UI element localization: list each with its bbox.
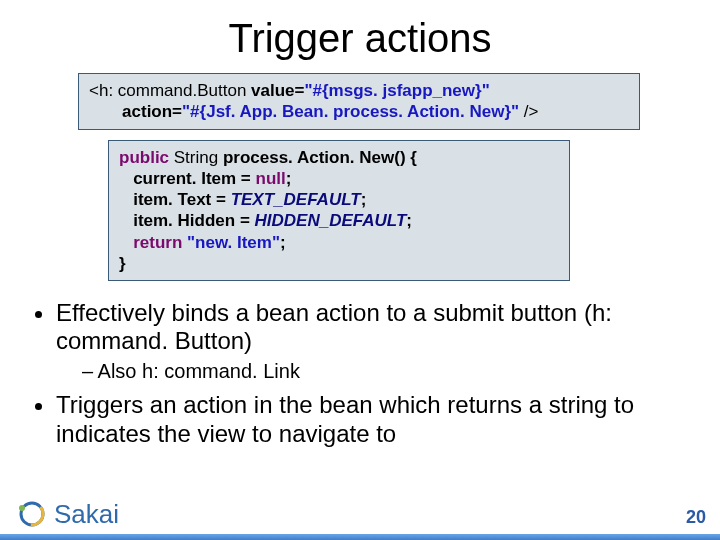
code-text: action=: [122, 102, 182, 121]
code-text: TEXT_DEFAULT: [231, 190, 361, 209]
code-text: item. Hidden =: [119, 211, 255, 230]
code-text: item. Text =: [119, 190, 231, 209]
bullet-list: Effectively binds a bean action to a sub…: [34, 299, 692, 448]
code-text: value=: [251, 81, 304, 100]
code-text: <h: command.Button: [89, 81, 251, 100]
svg-point-2: [19, 505, 25, 511]
sakai-logo-icon: [16, 498, 48, 530]
code-text: />: [519, 102, 538, 121]
slide-title: Trigger actions: [28, 16, 692, 61]
sub-bullet-list: Also h: command. Link: [82, 360, 692, 384]
code-text: }: [119, 254, 126, 273]
bullet-text: Effectively binds a bean action to a sub…: [56, 299, 612, 354]
code-text: public: [119, 148, 169, 167]
code-text: String: [169, 148, 223, 167]
code-text: "#{msgs. jsfapp_new}": [304, 81, 489, 100]
sub-bullet-item: Also h: command. Link: [82, 360, 692, 384]
slide: Trigger actions <h: command.Button value…: [0, 0, 720, 540]
footer-stripe: [0, 534, 720, 540]
bullet-item: Triggers an action in the bean which ret…: [56, 391, 692, 448]
code-text: ;: [361, 190, 367, 209]
sakai-logo: Sakai: [16, 498, 119, 530]
code-text: ;: [286, 169, 292, 188]
xml-code-box: <h: command.Button value="#{msgs. jsfapp…: [78, 73, 640, 130]
code-text: null: [256, 169, 286, 188]
code-text: "new. Item": [182, 233, 280, 252]
bullet-item: Effectively binds a bean action to a sub…: [56, 299, 692, 383]
code-text: current. Item =: [119, 169, 256, 188]
page-number: 20: [686, 507, 706, 528]
code-text: ;: [406, 211, 412, 230]
code-text: ;: [280, 233, 286, 252]
code-text: "#{Jsf. App. Bean. process. Action. New}…: [182, 102, 519, 121]
code-text: process. Action. New() {: [223, 148, 417, 167]
java-code-box: public String process. Action. New() { c…: [108, 140, 570, 282]
slide-footer: Sakai 20: [0, 476, 720, 540]
sakai-logo-text: Sakai: [54, 499, 119, 530]
code-text: HIDDEN_DEFAULT: [255, 211, 407, 230]
code-text: return: [119, 233, 182, 252]
